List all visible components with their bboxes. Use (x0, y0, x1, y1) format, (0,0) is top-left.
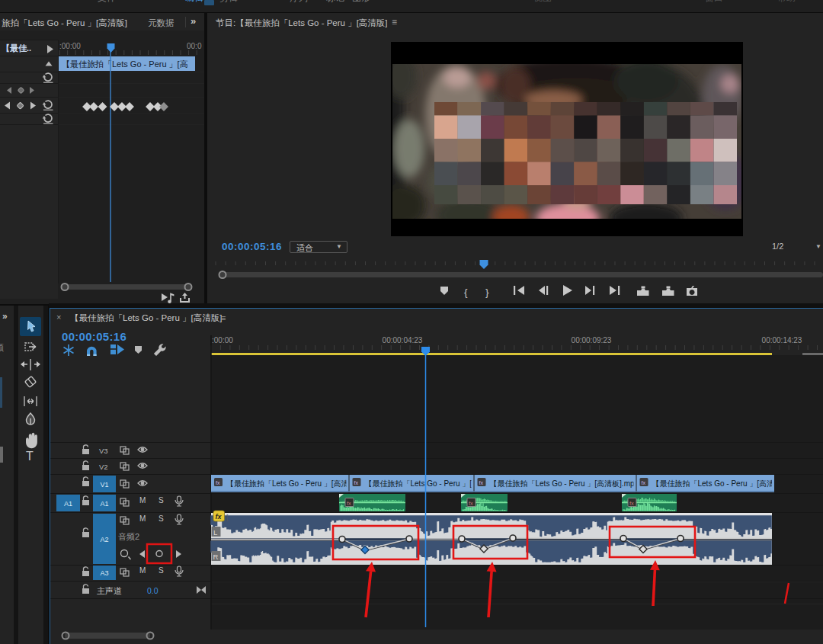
svg-text:S: S (159, 566, 164, 575)
svg-text:【最佳旅拍「Lets Go - Peru 」[高清板].mp: 【最佳旅拍「Lets Go - Peru 」[高清板].mp4 (490, 479, 639, 488)
svg-text:M: M (139, 566, 146, 575)
svg-text:fx: fx (629, 500, 634, 507)
svg-text:M: M (139, 514, 146, 523)
svg-text:fx: fx (354, 480, 359, 485)
svg-text:fx: fx (347, 500, 351, 507)
svg-text:S: S (159, 496, 164, 505)
svg-text:V2: V2 (99, 463, 108, 471)
svg-text:fx: fx (216, 480, 220, 485)
svg-text:【最佳..: 【最佳.. (2, 43, 31, 53)
svg-text:fx: fx (469, 500, 473, 507)
svg-text:0.0: 0.0 (147, 586, 159, 595)
svg-text:00:00:14:23: 00:00:14:23 (762, 336, 802, 344)
svg-text:【最佳旅拍「Lets Go - Peru 」[高清版: 【最佳旅拍「Lets Go - Peru 」[高清版 (226, 479, 357, 488)
svg-text:fx: fx (479, 480, 484, 485)
svg-text:R: R (213, 553, 219, 561)
svg-text::00:00: :00:00 (59, 42, 81, 50)
svg-text::00:00: :00:00 (212, 336, 233, 344)
svg-text:【最佳旅拍「Lets Go - Peru 」[高清柩: 【最佳旅拍「Lets Go - Peru 」[高清柩 (652, 479, 783, 488)
svg-text:V1: V1 (100, 481, 108, 489)
svg-text:A3: A3 (100, 569, 108, 577)
svg-text:音频2: 音频2 (118, 532, 139, 541)
svg-text:T: T (26, 450, 34, 463)
svg-text:A1: A1 (64, 500, 72, 508)
svg-text:V3: V3 (99, 447, 108, 455)
svg-text:fx: fx (642, 480, 646, 485)
svg-text:S: S (159, 514, 164, 523)
svg-text:M: M (139, 496, 146, 505)
svg-text:}: } (485, 287, 489, 298)
svg-text:00:00:04:23: 00:00:04:23 (383, 336, 423, 344)
svg-text:A2: A2 (100, 536, 108, 543)
svg-text:00:00:09:23: 00:00:09:23 (572, 336, 612, 344)
svg-text:【最佳旅拍「Lets Go - Peru 」[高: 【最佳旅拍「Lets Go - Peru 」[高 (62, 59, 188, 69)
svg-text:A1: A1 (100, 500, 108, 508)
svg-text:00:0: 00:0 (187, 42, 202, 50)
svg-text:fx: fx (216, 513, 223, 521)
svg-text:{: { (464, 287, 468, 298)
svg-text:L: L (213, 528, 217, 537)
svg-text:主声道: 主声道 (97, 586, 122, 595)
svg-text:【最佳旅拍「Lets Go - Peru 」[高: 【最佳旅拍「Lets Go - Peru 」[高 (365, 479, 480, 488)
